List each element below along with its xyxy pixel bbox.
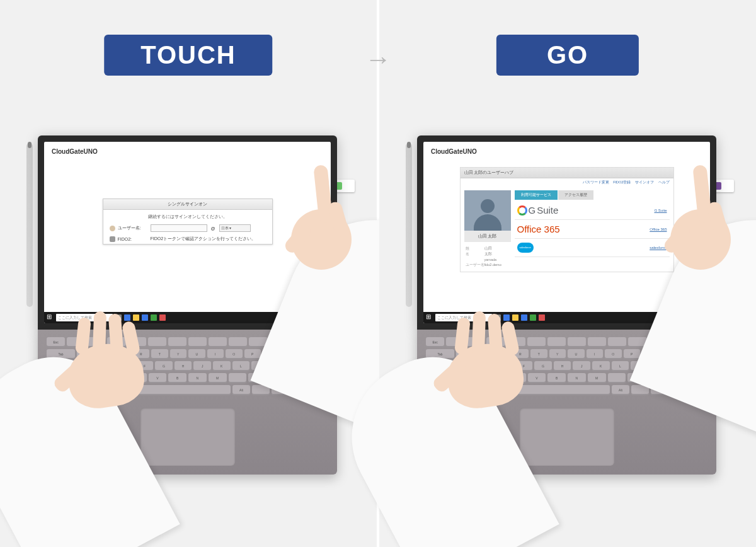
right-hand-pointing bbox=[643, 166, 756, 393]
sso-instruction: 継続するにはサインオンしてください。 bbox=[103, 210, 272, 222]
avatar-name: 山田 太郎 bbox=[464, 231, 511, 239]
panel-touch: TOUCH CloudGateUNO シングルサインオン 継続するにはサインオン… bbox=[0, 0, 377, 547]
left-hand bbox=[44, 320, 170, 497]
panel-go: GO CloudGateUNO 山田 太郎のユーザーハブ パスワード変更 FID… bbox=[379, 0, 756, 547]
at-symbol: @ bbox=[210, 226, 217, 231]
username-input[interactable] bbox=[151, 224, 207, 232]
user-icon bbox=[110, 226, 115, 231]
user-meta: 姓山田 名太郎 yamada ユーザー名fido2.demo bbox=[464, 242, 511, 268]
link-fido-register[interactable]: FIDO2登録 bbox=[613, 180, 631, 184]
app-title: CloudGateUNO bbox=[52, 148, 98, 155]
username-label: ユーザー名: bbox=[118, 225, 148, 231]
tab-history[interactable]: アクセス履歴 bbox=[558, 190, 593, 200]
domain-select[interactable]: 日本 ▾ bbox=[219, 224, 251, 232]
stylus-icon bbox=[26, 143, 33, 307]
badge-touch: TOUCH bbox=[104, 35, 272, 76]
gsuite-logo-icon: G Suite bbox=[517, 205, 559, 216]
salesforce-logo-icon: salesforce bbox=[517, 243, 534, 253]
app-title: CloudGateUNO bbox=[431, 148, 477, 155]
fido-label: FIDO2: bbox=[118, 237, 148, 241]
user-hub: 山田 太郎のユーザーハブ パスワード変更 FIDO2登録 サインオフ ヘルプ bbox=[460, 167, 674, 272]
hub-title: 山田 太郎のユーザーハブ bbox=[461, 168, 673, 178]
sso-title: シングルサインオン bbox=[103, 199, 272, 210]
avatar-box: 山田 太郎 bbox=[464, 190, 511, 242]
fido-message: FIDO2トークンで確認アクションを行ってください。 bbox=[151, 236, 256, 242]
stylus-icon bbox=[406, 143, 412, 307]
office365-logo-icon: Office 365 bbox=[517, 224, 560, 234]
sso-dialog: シングルサインオン 継続するにはサインオンしてください。 ユーザー名: @ 日本… bbox=[103, 199, 273, 245]
arrow-right-icon: → bbox=[365, 44, 391, 74]
lock-icon bbox=[110, 236, 115, 242]
link-password[interactable]: パスワード変更 bbox=[583, 180, 609, 184]
right-hand-touching-token bbox=[263, 166, 383, 393]
hub-links: パスワード変更 FIDO2登録 サインオフ ヘルプ bbox=[461, 178, 673, 187]
badge-go: GO bbox=[496, 35, 639, 76]
left-hand bbox=[423, 320, 549, 497]
avatar-icon bbox=[464, 190, 511, 231]
tab-services[interactable]: 利用可能サービス bbox=[515, 190, 558, 200]
